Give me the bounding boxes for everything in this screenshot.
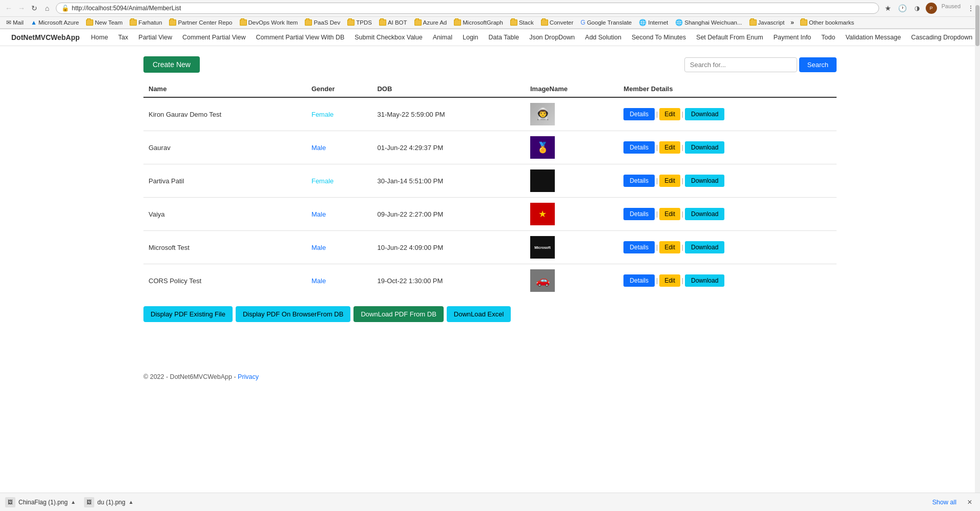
- bookmark-shanghai[interactable]: 🌐 Shanghai Weichuan...: [672, 18, 745, 27]
- bookmarks-bar: ✉ Mail ▲ Microsoft Azure New Team Farhat…: [0, 17, 980, 29]
- details-button[interactable]: Details: [623, 208, 655, 220]
- btn-separator: |: [656, 111, 658, 118]
- bookmark-other-label: Other bookmarks: [809, 19, 854, 26]
- bookmark-translate-label: Google Translate: [587, 19, 632, 26]
- nav-item-set-default[interactable]: Set Default From Enum: [691, 30, 768, 45]
- site-nav-inner: DotNetMVCWebApp Home Tax Partial View Co…: [5, 29, 975, 46]
- download-excel-button[interactable]: DownLoad Excel: [447, 306, 511, 322]
- bookmark-javascript[interactable]: Javascript: [746, 18, 788, 27]
- nav-item-animal[interactable]: Animal: [428, 30, 457, 45]
- bookmark-paas[interactable]: PaaS Dev: [302, 18, 343, 27]
- folder-icon: [454, 19, 461, 26]
- display-pdf-existing-button[interactable]: Display PDF Existing File: [143, 306, 233, 322]
- bookmark-msgraph-label: MicrosoftGraph: [463, 19, 503, 26]
- edit-button[interactable]: Edit: [659, 208, 680, 220]
- download-button[interactable]: Download: [685, 274, 724, 287]
- folder-icon: [414, 19, 422, 26]
- translate-icon: G: [580, 19, 585, 26]
- nav-item-partial-view[interactable]: Partial View: [133, 30, 177, 45]
- create-new-button[interactable]: Create New: [143, 56, 200, 73]
- nav-item-payment[interactable]: Payment Info: [768, 30, 817, 45]
- cell-name: Partiva Patil: [143, 164, 306, 198]
- details-button[interactable]: Details: [623, 175, 655, 187]
- bookmark-internet-label: Internet: [648, 19, 668, 26]
- edit-button[interactable]: Edit: [659, 108, 680, 120]
- address-bar[interactable]: 🔓 http://localhost:5094/Animal/MemberLis…: [56, 3, 879, 14]
- nav-forward-button[interactable]: →: [16, 3, 27, 14]
- bookmark-aibot[interactable]: AI BOT: [376, 18, 410, 27]
- bookmark-conveter[interactable]: Conveter: [538, 18, 577, 27]
- bookmark-azuread[interactable]: Azure Ad: [411, 18, 450, 27]
- search-input[interactable]: [684, 57, 797, 72]
- cell-name: Kiron Gaurav Demo Test: [143, 97, 306, 131]
- nav-item-comment-partial-db[interactable]: Comment Partial View With DB: [251, 30, 350, 45]
- nav-item-tax[interactable]: Tax: [113, 30, 133, 45]
- nav-item-second-to-minutes[interactable]: Second To Minutes: [627, 30, 691, 45]
- display-pdf-browser-button[interactable]: Display PDF On BrowserFrom DB: [236, 306, 350, 322]
- nav-item-cascading[interactable]: Cascading Dropdown: [906, 30, 978, 45]
- browser-extension-button[interactable]: ◑: [911, 2, 923, 14]
- details-button[interactable]: Details: [623, 274, 655, 287]
- bookmark-star-button[interactable]: ★: [882, 2, 894, 14]
- bookmark-translate[interactable]: G Google Translate: [577, 18, 635, 27]
- bookmark-internet[interactable]: 🌐 Internet: [636, 18, 671, 27]
- table-row: Microsoft TestMale10-Jun-22 4:09:00 PMMi…: [143, 231, 837, 264]
- folder-icon: [130, 19, 137, 26]
- page-scrollbar-thumb[interactable]: [975, 5, 979, 46]
- cell-image: 👨‍🚀: [525, 97, 618, 131]
- bookmark-new-team[interactable]: New Team: [83, 18, 126, 27]
- bookmark-partner[interactable]: Partner Center Repo: [166, 18, 235, 27]
- download-pdf-button[interactable]: DownLoad PDF From DB: [353, 306, 443, 322]
- nav-item-home[interactable]: Home: [86, 30, 113, 45]
- bookmark-tpds-label: TPDS: [356, 19, 372, 26]
- download-button[interactable]: Download: [685, 241, 724, 253]
- download-button[interactable]: Download: [685, 175, 724, 187]
- table-body: Kiron Gaurav Demo TestFemale31-May-22 5:…: [143, 97, 837, 297]
- details-button[interactable]: Details: [623, 241, 655, 253]
- action-buttons: Details | Edit | Download: [623, 108, 831, 120]
- bookmark-tpds[interactable]: TPDS: [344, 18, 375, 27]
- browser-account-button[interactable]: P: [925, 2, 937, 14]
- details-button[interactable]: Details: [623, 108, 655, 120]
- download-button[interactable]: Download: [685, 208, 724, 220]
- edit-button[interactable]: Edit: [659, 141, 680, 154]
- globe-icon: 🌐: [639, 19, 647, 26]
- bookmark-mail[interactable]: ✉ Mail: [3, 18, 27, 27]
- edit-button[interactable]: Edit: [659, 274, 680, 287]
- bookmark-stack[interactable]: Stack: [507, 18, 537, 27]
- cell-image: 🚗: [525, 264, 618, 297]
- content-header: Create New Search: [143, 56, 837, 73]
- download-button[interactable]: Download: [685, 108, 724, 120]
- nav-home-button[interactable]: ⌂: [41, 3, 53, 14]
- btn-separator: |: [681, 244, 684, 251]
- nav-item-add-solution[interactable]: Add Solution: [580, 30, 627, 45]
- btn-separator: |: [681, 144, 684, 151]
- edit-button[interactable]: Edit: [659, 175, 680, 187]
- nav-item-login[interactable]: Login: [457, 30, 484, 45]
- bookmarks-more-button[interactable]: »: [788, 18, 796, 27]
- nav-item-todo[interactable]: Todo: [816, 30, 840, 45]
- edit-button[interactable]: Edit: [659, 241, 680, 253]
- footer-privacy-link[interactable]: Privacy: [238, 373, 259, 380]
- bookmark-azure[interactable]: ▲ Microsoft Azure: [28, 18, 82, 27]
- action-buttons: Details | Edit | Download: [623, 208, 831, 220]
- download-button[interactable]: Download: [685, 141, 724, 154]
- bookmark-other[interactable]: Other bookmarks: [797, 18, 857, 27]
- bookmark-msgraph[interactable]: MicrosoftGraph: [451, 18, 506, 27]
- nav-item-validation[interactable]: Validation Message: [840, 30, 906, 45]
- bookmark-devops[interactable]: DevOps Work Item: [237, 18, 301, 27]
- bookmark-azuread-label: Azure Ad: [423, 19, 447, 26]
- nav-item-comment-partial[interactable]: Comment Partial View: [177, 30, 251, 45]
- nav-back-button[interactable]: ←: [3, 3, 14, 14]
- details-button[interactable]: Details: [623, 141, 655, 154]
- nav-item-json-dropdown[interactable]: Json DropDown: [524, 30, 580, 45]
- cell-gender: Male: [306, 198, 372, 231]
- nav-item-data-table[interactable]: Data Table: [484, 30, 525, 45]
- page-scrollbar[interactable]: [975, 0, 980, 391]
- nav-reload-button[interactable]: ↻: [29, 3, 40, 14]
- bookmark-farhatun[interactable]: Farhatun: [127, 18, 165, 27]
- folder-icon: [305, 19, 312, 26]
- nav-item-submit-checkbox[interactable]: Submit Checkbox Value: [349, 30, 427, 45]
- browser-history-button[interactable]: 🕐: [896, 2, 909, 14]
- search-button[interactable]: Search: [799, 57, 837, 72]
